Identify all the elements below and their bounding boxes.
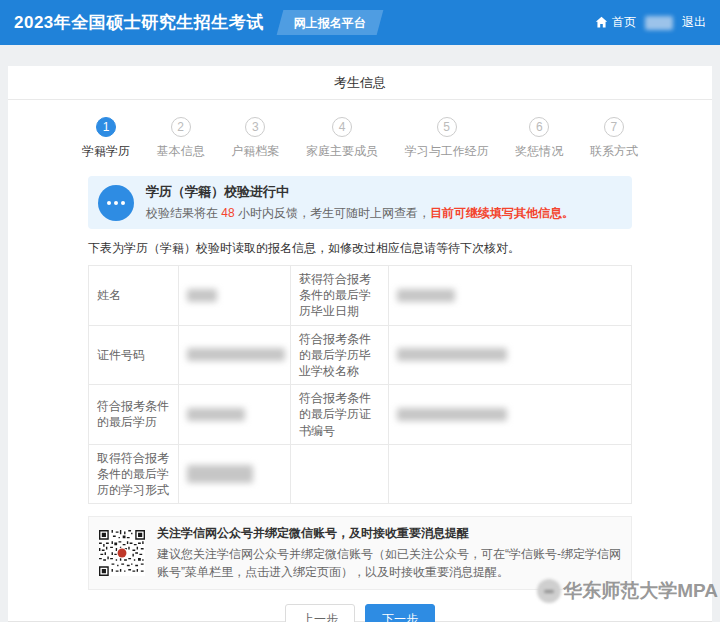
step-label: 学籍学历 — [82, 143, 130, 160]
field-label: 符合报考条件的最后学历证书编号 — [291, 385, 389, 445]
wechat-box-body: 建议您关注学信网公众号并绑定微信账号（如已关注公众号，可在“学信账号-绑定学信网… — [157, 545, 621, 581]
redacted-value — [187, 465, 253, 483]
step-number: 7 — [604, 117, 624, 137]
field-value — [389, 385, 632, 445]
step-jiben-xinxi[interactable]: 2 基本信息 — [157, 117, 205, 160]
step-number: 2 — [171, 117, 191, 137]
ellipsis-status-icon — [98, 185, 134, 221]
table-row: 符合报考条件的最后学历 符合报考条件的最后学历证书编号 — [89, 385, 632, 445]
table-row: 姓名 获得符合报考条件的最后学历毕业日期 — [89, 266, 632, 326]
field-value — [389, 444, 632, 504]
table-row: 证件号码 符合报考条件的最后学历毕业学校名称 — [89, 325, 632, 385]
field-label: 证件号码 — [89, 325, 179, 385]
field-value — [389, 266, 632, 326]
step-label: 基本信息 — [157, 143, 205, 160]
step-wizard: 1 学籍学历 2 基本信息 3 户籍档案 4 家庭主要成员 5 学习与工作经历 … — [82, 117, 638, 160]
qr-code — [99, 530, 145, 576]
field-label: 姓名 — [89, 266, 179, 326]
wizard-buttons: 上一步 下一步 — [88, 604, 632, 622]
field-value — [179, 266, 291, 326]
field-value — [179, 385, 291, 445]
home-icon — [595, 16, 608, 29]
banner-highlight: 目前可继续填写其他信息。 — [430, 206, 574, 220]
home-link[interactable]: 首页 — [595, 14, 636, 31]
logout-link[interactable]: 退出 — [682, 14, 706, 31]
banner-title: 学历（学籍）校验进行中 — [146, 183, 574, 201]
redacted-value — [397, 289, 455, 302]
field-value — [389, 325, 632, 385]
previous-step-button[interactable]: 上一步 — [285, 604, 355, 622]
platform-badge: 网上报名平台 — [276, 10, 383, 35]
platform-badge-label: 网上报名平台 — [294, 15, 366, 32]
step-jiating-chengyuan[interactable]: 4 家庭主要成员 — [306, 117, 378, 160]
banner-description: 校验结果将在 48 小时内反馈，考生可随时上网查看，目前可继续填写其他信息。 — [146, 205, 574, 222]
step-number: 5 — [437, 117, 457, 137]
username-redacted — [645, 16, 673, 30]
step-jiangcheng[interactable]: 6 奖惩情况 — [515, 117, 563, 160]
step-xuexi-gongzuo[interactable]: 5 学习与工作经历 — [405, 117, 489, 160]
wechat-box-title: 关注学信网公众号并绑定微信账号，及时接收重要消息提醒 — [157, 525, 621, 542]
page-title: 考生信息 — [8, 66, 712, 100]
step-label: 户籍档案 — [231, 143, 279, 160]
table-row: 取得符合报考条件的最后学历的学习形式 — [89, 444, 632, 504]
next-step-button[interactable]: 下一步 — [365, 604, 435, 622]
step-number: 3 — [245, 117, 265, 137]
step-label: 奖惩情况 — [515, 143, 563, 160]
app-title: 2023年全国硕士研究生招生考试 — [14, 11, 264, 34]
field-label: 获得符合报考条件的最后学历毕业日期 — [291, 266, 389, 326]
table-intro-text: 下表为学历（学籍）校验时读取的报名信息，如修改过相应信息请等待下次核对。 — [88, 240, 632, 257]
step-label: 联系方式 — [590, 143, 638, 160]
field-label: 符合报考条件的最后学历 — [89, 385, 179, 445]
step-label: 家庭主要成员 — [306, 143, 378, 160]
step-number: 1 — [96, 117, 116, 137]
step-number: 4 — [332, 117, 352, 137]
home-label: 首页 — [612, 14, 636, 31]
top-bar: 2023年全国硕士研究生招生考试 网上报名平台 首页 退出 — [0, 0, 720, 45]
field-label — [291, 444, 389, 504]
verification-info-table: 姓名 获得符合报考条件的最后学历毕业日期 证件号码 符合报考条件的最后学历毕业学… — [88, 265, 632, 504]
field-label: 取得符合报考条件的最后学历的学习形式 — [89, 444, 179, 504]
redacted-value — [187, 408, 245, 421]
field-value — [179, 325, 291, 385]
field-label: 符合报考条件的最后学历毕业学校名称 — [291, 325, 389, 385]
redacted-value — [187, 348, 285, 361]
step-xueji-xueli[interactable]: 1 学籍学历 — [82, 117, 130, 160]
field-value — [179, 444, 291, 504]
redacted-value — [397, 348, 507, 361]
step-lianxi-fangshi[interactable]: 7 联系方式 — [590, 117, 638, 160]
main-card: 考生信息 1 学籍学历 2 基本信息 3 户籍档案 4 家庭主要成员 5 学习与… — [8, 66, 712, 622]
verification-status-banner: 学历（学籍）校验进行中 校验结果将在 48 小时内反馈，考生可随时上网查看，目前… — [88, 176, 632, 229]
redacted-value — [187, 289, 217, 302]
wechat-binding-box: 关注学信网公众号并绑定微信账号，及时接收重要消息提醒 建议您关注学信网公众号并绑… — [88, 516, 632, 590]
step-number: 6 — [529, 117, 549, 137]
hours-value: 48 — [221, 206, 234, 220]
step-label: 学习与工作经历 — [405, 143, 489, 160]
step-huji-dangan[interactable]: 3 户籍档案 — [231, 117, 279, 160]
redacted-value — [397, 408, 507, 421]
